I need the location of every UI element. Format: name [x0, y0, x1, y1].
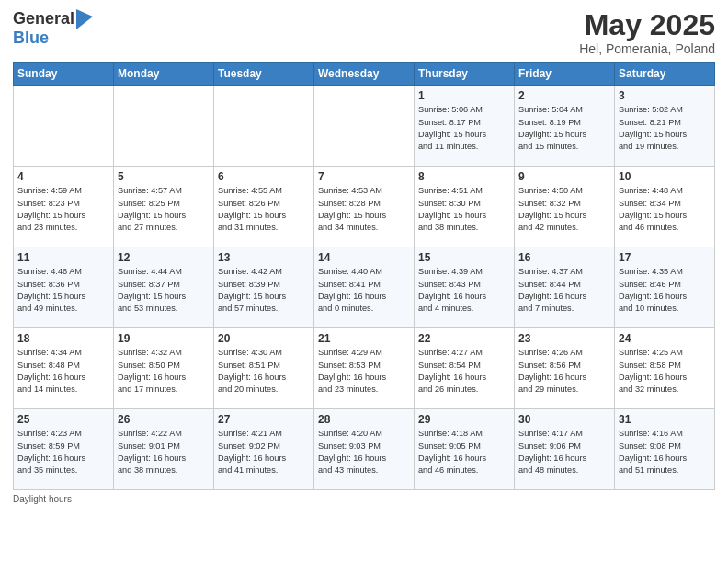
- day-number: 28: [318, 413, 410, 426]
- day-info: Sunrise: 5:02 AMSunset: 8:21 PMDaylight:…: [619, 104, 711, 153]
- col-header-monday: Monday: [114, 63, 214, 86]
- day-cell: [114, 86, 214, 167]
- day-info: Sunrise: 4:37 AMSunset: 8:44 PMDaylight:…: [518, 266, 610, 315]
- day-number: 20: [218, 332, 310, 345]
- day-cell: 4Sunrise: 4:59 AMSunset: 8:23 PMDaylight…: [14, 167, 114, 247]
- day-cell: 22Sunrise: 4:27 AMSunset: 8:54 PMDayligh…: [415, 328, 515, 409]
- day-info: Sunrise: 4:29 AMSunset: 8:53 PMDaylight:…: [318, 347, 410, 396]
- week-row-1: 1Sunrise: 5:06 AMSunset: 8:17 PMDaylight…: [14, 86, 715, 167]
- day-cell: 16Sunrise: 4:37 AMSunset: 8:44 PMDayligh…: [515, 247, 615, 328]
- day-info: Sunrise: 4:16 AMSunset: 9:08 PMDaylight:…: [619, 428, 711, 477]
- day-number: 31: [619, 413, 711, 426]
- day-info: Sunrise: 4:57 AMSunset: 8:25 PMDaylight:…: [118, 185, 210, 234]
- day-number: 13: [218, 251, 310, 264]
- day-cell: 10Sunrise: 4:48 AMSunset: 8:34 PMDayligh…: [615, 167, 715, 247]
- day-number: 2: [518, 89, 610, 102]
- logo-text-blue: Blue: [13, 29, 49, 47]
- day-cell: [214, 86, 314, 167]
- day-cell: 8Sunrise: 4:51 AMSunset: 8:30 PMDaylight…: [415, 167, 515, 247]
- day-cell: 31Sunrise: 4:16 AMSunset: 9:08 PMDayligh…: [615, 409, 715, 490]
- day-cell: 25Sunrise: 4:23 AMSunset: 8:59 PMDayligh…: [14, 409, 114, 490]
- day-cell: 12Sunrise: 4:44 AMSunset: 8:37 PMDayligh…: [114, 247, 214, 328]
- day-number: 25: [17, 413, 109, 426]
- week-row-2: 4Sunrise: 4:59 AMSunset: 8:23 PMDaylight…: [14, 167, 715, 247]
- day-cell: 14Sunrise: 4:40 AMSunset: 8:41 PMDayligh…: [314, 247, 415, 328]
- day-cell: 30Sunrise: 4:17 AMSunset: 9:06 PMDayligh…: [515, 409, 615, 490]
- day-info: Sunrise: 4:30 AMSunset: 8:51 PMDaylight:…: [218, 347, 310, 396]
- month-title: May 2025: [579, 9, 715, 41]
- day-info: Sunrise: 4:35 AMSunset: 8:46 PMDaylight:…: [619, 266, 711, 315]
- day-info: Sunrise: 4:40 AMSunset: 8:41 PMDaylight:…: [318, 266, 410, 315]
- day-cell: 13Sunrise: 4:42 AMSunset: 8:39 PMDayligh…: [214, 247, 314, 328]
- day-number: 18: [17, 332, 109, 345]
- col-header-wednesday: Wednesday: [314, 63, 415, 86]
- day-number: 10: [619, 170, 711, 183]
- footer: Daylight hours: [13, 494, 715, 504]
- day-info: Sunrise: 4:59 AMSunset: 8:23 PMDaylight:…: [17, 185, 109, 234]
- header-row: SundayMondayTuesdayWednesdayThursdayFrid…: [14, 63, 715, 86]
- day-cell: 1Sunrise: 5:06 AMSunset: 8:17 PMDaylight…: [415, 86, 515, 167]
- day-number: 14: [318, 251, 410, 264]
- col-header-sunday: Sunday: [14, 63, 114, 86]
- day-info: Sunrise: 4:48 AMSunset: 8:34 PMDaylight:…: [619, 185, 711, 234]
- day-info: Sunrise: 5:06 AMSunset: 8:17 PMDaylight:…: [418, 104, 510, 153]
- day-number: 15: [418, 251, 510, 264]
- day-info: Sunrise: 4:53 AMSunset: 8:28 PMDaylight:…: [318, 185, 410, 234]
- day-info: Sunrise: 4:34 AMSunset: 8:48 PMDaylight:…: [17, 347, 109, 396]
- calendar-table: SundayMondayTuesdayWednesdayThursdayFrid…: [13, 62, 715, 490]
- day-cell: 28Sunrise: 4:20 AMSunset: 9:03 PMDayligh…: [314, 409, 415, 490]
- day-cell: 20Sunrise: 4:30 AMSunset: 8:51 PMDayligh…: [214, 328, 314, 409]
- day-number: 17: [619, 251, 711, 264]
- logo: General Blue: [13, 9, 93, 48]
- day-cell: [314, 86, 415, 167]
- day-cell: 11Sunrise: 4:46 AMSunset: 8:36 PMDayligh…: [14, 247, 114, 328]
- day-number: 29: [418, 413, 510, 426]
- day-cell: 15Sunrise: 4:39 AMSunset: 8:43 PMDayligh…: [415, 247, 515, 328]
- day-cell: 24Sunrise: 4:25 AMSunset: 8:58 PMDayligh…: [615, 328, 715, 409]
- page-container: General Blue May 2025 Hel, Pomerania, Po…: [0, 0, 728, 563]
- day-cell: 6Sunrise: 4:55 AMSunset: 8:26 PMDaylight…: [214, 167, 314, 247]
- day-cell: 27Sunrise: 4:21 AMSunset: 9:02 PMDayligh…: [214, 409, 314, 490]
- day-number: 22: [418, 332, 510, 345]
- day-number: 1: [418, 89, 510, 102]
- day-cell: 29Sunrise: 4:18 AMSunset: 9:05 PMDayligh…: [415, 409, 515, 490]
- day-number: 24: [619, 332, 711, 345]
- day-info: Sunrise: 4:32 AMSunset: 8:50 PMDaylight:…: [118, 347, 210, 396]
- day-info: Sunrise: 4:51 AMSunset: 8:30 PMDaylight:…: [418, 185, 510, 234]
- day-info: Sunrise: 4:18 AMSunset: 9:05 PMDaylight:…: [418, 428, 510, 477]
- title-block: May 2025 Hel, Pomerania, Poland: [579, 9, 715, 56]
- logo-icon: [76, 9, 93, 29]
- week-row-3: 11Sunrise: 4:46 AMSunset: 8:36 PMDayligh…: [14, 247, 715, 328]
- day-cell: 21Sunrise: 4:29 AMSunset: 8:53 PMDayligh…: [314, 328, 415, 409]
- svg-marker-0: [76, 9, 93, 29]
- col-header-friday: Friday: [515, 63, 615, 86]
- day-info: Sunrise: 4:25 AMSunset: 8:58 PMDaylight:…: [619, 347, 711, 396]
- day-number: 5: [118, 170, 210, 183]
- col-header-tuesday: Tuesday: [214, 63, 314, 86]
- day-number: 6: [218, 170, 310, 183]
- day-number: 12: [118, 251, 210, 264]
- day-info: Sunrise: 4:17 AMSunset: 9:06 PMDaylight:…: [518, 428, 610, 477]
- day-number: 7: [318, 170, 410, 183]
- day-cell: 2Sunrise: 5:04 AMSunset: 8:19 PMDaylight…: [515, 86, 615, 167]
- day-info: Sunrise: 4:55 AMSunset: 8:26 PMDaylight:…: [218, 185, 310, 234]
- day-info: Sunrise: 4:39 AMSunset: 8:43 PMDaylight:…: [418, 266, 510, 315]
- day-info: Sunrise: 4:50 AMSunset: 8:32 PMDaylight:…: [518, 185, 610, 234]
- day-number: 11: [17, 251, 109, 264]
- day-cell: 17Sunrise: 4:35 AMSunset: 8:46 PMDayligh…: [615, 247, 715, 328]
- day-number: 9: [518, 170, 610, 183]
- page-header: General Blue May 2025 Hel, Pomerania, Po…: [13, 9, 715, 56]
- week-row-5: 25Sunrise: 4:23 AMSunset: 8:59 PMDayligh…: [14, 409, 715, 490]
- day-cell: 7Sunrise: 4:53 AMSunset: 8:28 PMDaylight…: [314, 167, 415, 247]
- day-info: Sunrise: 5:04 AMSunset: 8:19 PMDaylight:…: [518, 104, 610, 153]
- daylight-label: Daylight hours: [13, 494, 72, 504]
- day-info: Sunrise: 4:27 AMSunset: 8:54 PMDaylight:…: [418, 347, 510, 396]
- day-cell: 26Sunrise: 4:22 AMSunset: 9:01 PMDayligh…: [114, 409, 214, 490]
- day-cell: 9Sunrise: 4:50 AMSunset: 8:32 PMDaylight…: [515, 167, 615, 247]
- day-cell: 3Sunrise: 5:02 AMSunset: 8:21 PMDaylight…: [615, 86, 715, 167]
- day-number: 16: [518, 251, 610, 264]
- day-cell: [14, 86, 114, 167]
- day-info: Sunrise: 4:20 AMSunset: 9:03 PMDaylight:…: [318, 428, 410, 477]
- day-number: 8: [418, 170, 510, 183]
- day-info: Sunrise: 4:21 AMSunset: 9:02 PMDaylight:…: [218, 428, 310, 477]
